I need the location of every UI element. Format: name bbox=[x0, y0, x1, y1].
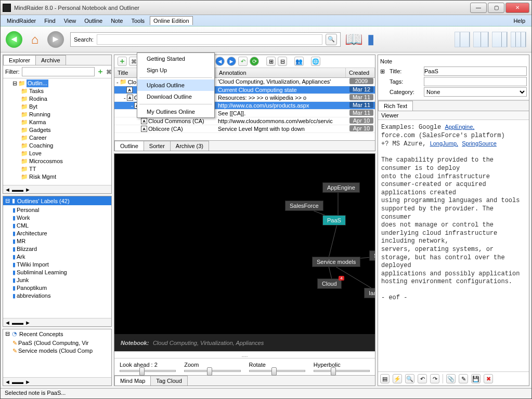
menu-upload-outline[interactable]: Upload Outline bbox=[137, 79, 214, 91]
outline-row[interactable]: AOblicore (CA) Service Level Mgmt with t… bbox=[114, 125, 375, 133]
menu-download-outline[interactable]: Download Outline bbox=[137, 91, 214, 102]
category-select[interactable]: None bbox=[424, 87, 527, 97]
bookmark-icon[interactable]: ▮ bbox=[367, 31, 374, 47]
menu-note[interactable]: Note bbox=[108, 17, 126, 25]
recent-tree[interactable]: ✎ PaaS (Cloud Computng, Vir✎ Service mod… bbox=[3, 338, 111, 377]
mindmap-node[interactable]: IaaS bbox=[364, 288, 375, 298]
home-button[interactable]: ⌂ bbox=[27, 31, 43, 48]
note-action-1[interactable]: ▤ bbox=[380, 374, 390, 383]
label-item[interactable]: ▮ Blizzard bbox=[12, 245, 110, 253]
tab-outline[interactable]: Outline bbox=[114, 141, 144, 151]
tags-input[interactable] bbox=[424, 77, 527, 86]
book-icon[interactable]: 📖 bbox=[345, 31, 363, 48]
label-item[interactable]: ▮ Work bbox=[12, 214, 110, 222]
layout-3[interactable] bbox=[492, 32, 508, 47]
mindmap-canvas[interactable]: Notebook: Cloud Computing, Virtualizatio… bbox=[114, 154, 375, 351]
nav-left-icon[interactable]: ◄ bbox=[215, 57, 225, 66]
tree-item[interactable]: 📁Byt bbox=[21, 103, 110, 111]
tab-archive[interactable]: Archive bbox=[35, 55, 66, 65]
layout-2[interactable] bbox=[473, 32, 489, 47]
layout-1[interactable] bbox=[455, 32, 470, 47]
tab-archive-count[interactable]: Archive (3) bbox=[170, 141, 209, 151]
tab-mindmap[interactable]: Mind Map bbox=[114, 376, 151, 385]
tab-explorer[interactable]: Explorer bbox=[3, 55, 36, 65]
tree-item[interactable]: 📁Running bbox=[21, 111, 110, 118]
tree-item[interactable]: 📁Karma bbox=[21, 118, 110, 126]
menu-online-edition[interactable]: Online Edition bbox=[150, 16, 193, 25]
recent-header[interactable]: ⊟◔Recent Concepts bbox=[3, 329, 111, 338]
tree-item[interactable]: 📁Love bbox=[21, 150, 110, 157]
tree-item[interactable]: 📁Tasks bbox=[21, 87, 110, 95]
save-icon[interactable]: 💾 bbox=[471, 374, 481, 383]
labels-header[interactable]: ⊟▮Outlines' Labels (42) bbox=[3, 196, 111, 205]
lightning-icon[interactable]: ⚡ bbox=[393, 374, 402, 383]
mindmap-node[interactable]: SalesForce bbox=[285, 201, 323, 211]
label-item[interactable]: ▮ Personal bbox=[12, 206, 110, 214]
search-input[interactable] bbox=[97, 34, 322, 45]
tree-item[interactable]: 📁Rodina bbox=[21, 95, 110, 103]
delete-icon[interactable]: ✖ bbox=[484, 374, 493, 383]
menu-sign-up[interactable]: Sign Up bbox=[137, 64, 214, 76]
tree-item[interactable]: 📁Career bbox=[21, 134, 110, 142]
menu-getting-started[interactable]: Getting Started bbox=[137, 53, 214, 64]
menu-help[interactable]: Help bbox=[510, 17, 528, 25]
outline-tree[interactable]: ⊟📁Outlin...📁Tasks📁Rodina📁Byt📁Running📁Kar… bbox=[3, 78, 111, 185]
label-item[interactable]: ▮ MR bbox=[12, 237, 110, 245]
maximize-button[interactable]: ▢ bbox=[488, 3, 504, 13]
h-scrollbar[interactable]: ◄ ▬▬ ► bbox=[3, 185, 111, 193]
nav-right-icon[interactable]: ► bbox=[227, 57, 236, 66]
slider[interactable] bbox=[314, 370, 370, 372]
collapse-icon[interactable]: ⊟ bbox=[278, 57, 287, 66]
clear-filter-icon[interactable]: ✖ bbox=[106, 68, 112, 76]
tab-richtext[interactable]: Rich Text bbox=[378, 101, 413, 111]
menu-mindraider[interactable]: MindRaider bbox=[4, 17, 39, 25]
menu-view[interactable]: View bbox=[61, 17, 80, 25]
promote-icon[interactable]: ↶ bbox=[238, 57, 248, 66]
splitter-handle[interactable]: .... bbox=[114, 351, 375, 358]
close-button[interactable]: ✕ bbox=[505, 3, 529, 13]
refresh-icon[interactable]: ⟳ bbox=[250, 57, 259, 66]
title-input[interactable] bbox=[424, 66, 527, 76]
menu-outline[interactable]: Outline bbox=[81, 17, 106, 25]
tree-item[interactable]: 📁Risk Mgmt bbox=[21, 173, 110, 181]
tree-item[interactable]: 📁Gadgets bbox=[21, 126, 110, 134]
recent-item[interactable]: ✎ PaaS (Cloud Computng, Vir bbox=[12, 339, 110, 347]
tree-item[interactable]: 📁TT bbox=[21, 165, 110, 173]
mindmap-node[interactable]: Cloud4 bbox=[317, 278, 342, 289]
label-item[interactable]: ▮ Architecture bbox=[12, 230, 110, 237]
recent-item[interactable]: ✎ Service models (Cloud Comp bbox=[12, 347, 110, 355]
layout-4[interactable] bbox=[511, 32, 526, 47]
menu-my-outlines-online[interactable]: My Outlines Online bbox=[137, 106, 214, 117]
menu-tools[interactable]: Tools bbox=[128, 17, 148, 25]
filter-input[interactable] bbox=[22, 67, 95, 76]
tab-tagcloud[interactable]: Tag Cloud bbox=[150, 376, 188, 385]
slider[interactable] bbox=[184, 370, 240, 372]
edit-icon[interactable]: ✎ bbox=[459, 374, 468, 383]
forward-button[interactable]: ► bbox=[47, 31, 64, 48]
slider[interactable] bbox=[120, 370, 176, 372]
label-item[interactable]: ▮ Junk bbox=[12, 276, 110, 284]
search-button[interactable]: 🔍 bbox=[326, 34, 337, 45]
label-item[interactable]: ▮ TWiki Import bbox=[12, 261, 110, 269]
label-item[interactable]: ▮ Subliminal Learning bbox=[12, 269, 110, 276]
mindmap-node[interactable]: PaaS bbox=[322, 215, 346, 225]
add-note-icon[interactable]: ＋ bbox=[118, 57, 127, 66]
slider[interactable] bbox=[249, 370, 305, 372]
attach-icon[interactable]: 📎 bbox=[446, 374, 456, 383]
users-icon[interactable]: 👥 bbox=[294, 57, 304, 66]
note-viewer[interactable]: Examples: Google AppEngine,force.com (Sa… bbox=[378, 120, 529, 371]
mindmap-node[interactable]: AppEngine bbox=[322, 182, 360, 193]
menu-find[interactable]: Find bbox=[41, 17, 58, 25]
globe-icon[interactable]: 🌐 bbox=[311, 57, 320, 66]
expand-icon[interactable]: ⊞ bbox=[266, 57, 276, 66]
back-button[interactable]: ◄ bbox=[6, 31, 22, 48]
h-scrollbar[interactable]: ◄ ▬▬ ► bbox=[3, 318, 111, 326]
h-scrollbar[interactable]: ◄ ▬▬ ► bbox=[3, 377, 111, 385]
mindmap-node[interactable]: Service models bbox=[312, 257, 360, 267]
mindmap-node[interactable]: SaaS bbox=[369, 250, 375, 261]
minimize-button[interactable]: — bbox=[470, 3, 487, 13]
redo-icon[interactable]: ↷ bbox=[430, 374, 439, 383]
tree-item[interactable]: 📁Coaching bbox=[21, 142, 110, 150]
label-item[interactable]: ▮ Panoptikum bbox=[12, 284, 110, 292]
outline-row[interactable]: ACloud Commons (CA) http://www.cloudcomm… bbox=[114, 117, 375, 125]
